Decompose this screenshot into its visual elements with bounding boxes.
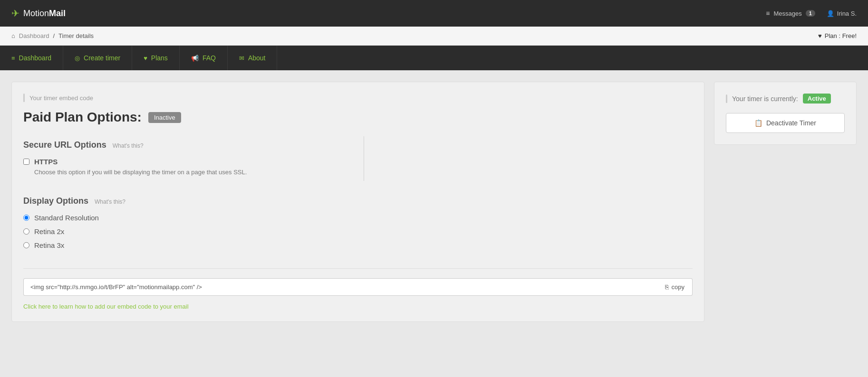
- copy-button[interactable]: ⎘ copy: [657, 278, 693, 296]
- deactivate-icon: 📋: [754, 119, 762, 127]
- display-options-radio-group: Standard Resolution Retina 2x Retina 3x: [23, 214, 352, 249]
- logo-mail-text: Mail: [49, 9, 66, 18]
- option-divider: [364, 136, 364, 181]
- display-options-section: Display Options What's this? Standard Re…: [23, 192, 352, 253]
- embed-section: ⎘ copy Click here to learn how to add ou…: [23, 268, 693, 310]
- nav-label-dashboard: Dashboard: [19, 54, 52, 62]
- plans-icon: ♥: [144, 55, 147, 62]
- learn-link[interactable]: Click here to learn how to add our embed…: [23, 303, 189, 310]
- radio-standard-input[interactable]: [23, 215, 29, 221]
- dashboard-icon: ≡: [11, 55, 15, 62]
- heart-icon: ♥: [818, 32, 822, 39]
- current-page: Timer details: [58, 32, 94, 39]
- plan-label: Plan : Free!: [825, 32, 857, 39]
- https-desc: Choose this option if you will be displa…: [34, 168, 247, 177]
- messages-button[interactable]: ≡ Messages 1: [766, 9, 815, 17]
- radio-standard[interactable]: Standard Resolution: [23, 214, 352, 222]
- dashboard-link[interactable]: Dashboard: [19, 32, 49, 39]
- secure-url-section: Secure URL Options What's this? HTTPS Ch…: [23, 136, 352, 181]
- options-grid: Secure URL Options What's this? HTTPS Ch…: [23, 136, 693, 253]
- active-badge: Active: [803, 94, 831, 104]
- display-options-whats-this[interactable]: What's this?: [95, 198, 125, 205]
- nav-item-faq[interactable]: 📢 FAQ: [180, 46, 228, 70]
- plan-title: Paid Plan Options: Inactive: [23, 110, 693, 125]
- logo-motion-text: Motion: [23, 9, 49, 18]
- main-content: Your timer embed code Paid Plan Options:…: [0, 70, 868, 333]
- section-label: Your timer embed code: [23, 94, 693, 102]
- user-info: 👤 Irina S.: [827, 10, 857, 17]
- messages-badge: 1: [806, 10, 815, 17]
- copy-icon: ⎘: [665, 283, 669, 291]
- nav-bar: ≡ Dashboard ◎ Create timer ♥ Plans 📢 FAQ…: [0, 46, 868, 70]
- radio-retina-3x[interactable]: Retina 3x: [23, 241, 352, 249]
- https-checkbox[interactable]: [23, 159, 29, 165]
- embed-code-input[interactable]: [23, 278, 657, 296]
- copy-label: copy: [672, 283, 685, 291]
- secure-url-title: Secure URL Options What's this?: [23, 140, 352, 150]
- plan-info: ♥ Plan : Free!: [818, 32, 857, 39]
- timer-status-label: Your timer is currently:: [732, 95, 798, 103]
- logo-icon: ✈: [11, 8, 19, 19]
- nav-label-faq: FAQ: [203, 54, 216, 62]
- embed-input-row: ⎘ copy: [23, 278, 693, 296]
- messages-label: Messages: [773, 10, 801, 17]
- breadcrumb-separator: /: [53, 32, 55, 39]
- main-card: Your timer embed code Paid Plan Options:…: [11, 82, 704, 322]
- logo: ✈ MotionMail: [11, 8, 66, 19]
- home-icon: ⌂: [11, 32, 15, 39]
- nav-label-create-timer: Create timer: [84, 54, 120, 62]
- nav-label-plans: Plans: [151, 54, 168, 62]
- secure-url-title-text: Secure URL Options: [23, 140, 106, 150]
- deactivate-label: Deactivate Timer: [766, 119, 816, 127]
- embed-section-label: Your timer embed code: [29, 94, 93, 102]
- create-timer-icon: ◎: [75, 55, 80, 62]
- radio-retina3x-input[interactable]: [23, 242, 29, 248]
- nav-item-plans[interactable]: ♥ Plans: [132, 46, 180, 70]
- nav-item-create-timer[interactable]: ◎ Create timer: [63, 46, 132, 70]
- radio-retina3x-label: Retina 3x: [34, 241, 64, 249]
- display-options-title-text: Display Options: [23, 196, 88, 206]
- plan-title-text: Paid Plan Options:: [23, 110, 142, 125]
- breadcrumb-bar: ⌂ Dashboard / Timer details ♥ Plan : Fre…: [0, 27, 868, 46]
- about-icon: ✉: [239, 55, 244, 62]
- display-options-title: Display Options What's this?: [23, 196, 352, 206]
- menu-icon: ≡: [766, 9, 770, 17]
- https-label: HTTPS: [34, 158, 247, 166]
- user-icon: 👤: [827, 10, 834, 17]
- faq-icon: 📢: [191, 55, 199, 62]
- user-name: Irina S.: [837, 10, 857, 17]
- radio-retina2x-input[interactable]: [23, 228, 29, 235]
- top-bar: ✈ MotionMail ≡ Messages 1 👤 Irina S.: [0, 0, 868, 27]
- radio-standard-label: Standard Resolution: [34, 214, 99, 222]
- secure-url-whats-this[interactable]: What's this?: [113, 142, 144, 149]
- nav-label-about: About: [248, 54, 266, 62]
- nav-item-about[interactable]: ✉ About: [228, 46, 278, 70]
- radio-retina-2x[interactable]: Retina 2x: [23, 227, 352, 236]
- breadcrumb: ⌂ Dashboard / Timer details: [11, 32, 94, 39]
- radio-retina2x-label: Retina 2x: [34, 227, 64, 236]
- top-right: ≡ Messages 1 👤 Irina S.: [766, 9, 857, 17]
- inactive-badge: Inactive: [148, 112, 181, 123]
- https-row: HTTPS Choose this option if you will be …: [23, 158, 352, 177]
- timer-status-row: Your timer is currently: Active: [726, 94, 845, 104]
- nav-item-dashboard[interactable]: ≡ Dashboard: [0, 46, 63, 70]
- deactivate-timer-button[interactable]: 📋 Deactivate Timer: [726, 113, 845, 133]
- sidebar-card: Your timer is currently: Active 📋 Deacti…: [714, 82, 857, 145]
